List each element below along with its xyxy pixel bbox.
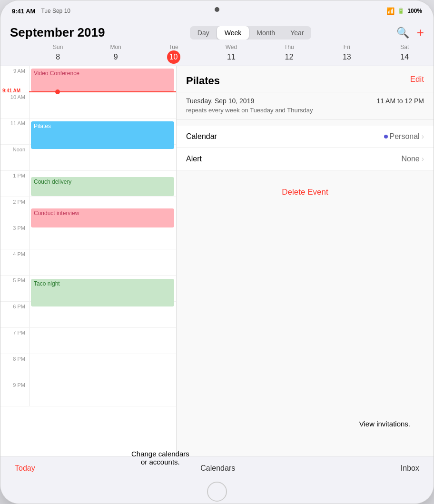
detail-time-range: 11 AM to 12 PM bbox=[376, 97, 424, 105]
time-gutter-header bbox=[0, 44, 29, 64]
month-title: September 2019 bbox=[10, 25, 105, 40]
calendar-value[interactable]: Personal › bbox=[384, 132, 424, 141]
calendar-header: September 2019 Day Week Month Year 🔍 + bbox=[0, 21, 434, 40]
calendar-scroll[interactable]: 9:41 AM Video Conference Pilates Couch d… bbox=[0, 66, 176, 471]
home-button[interactable] bbox=[207, 482, 227, 502]
edit-button[interactable]: Edit bbox=[410, 75, 424, 84]
alert-value-text: None bbox=[401, 155, 419, 163]
detail-header: Pilates Edit bbox=[177, 66, 434, 92]
day-col-wed[interactable]: Wed 11 bbox=[202, 44, 260, 64]
detail-title: Pilates bbox=[186, 75, 220, 87]
current-time-label: 9:41 AM bbox=[2, 88, 20, 93]
view-day-button[interactable]: Day bbox=[190, 26, 217, 40]
event-couch-delivery[interactable]: Couch delivery bbox=[31, 177, 174, 196]
event-taco-night[interactable]: Taco night bbox=[31, 279, 174, 306]
calendars-button[interactable]: Calendars bbox=[200, 464, 235, 473]
camera bbox=[215, 7, 219, 12]
battery-icon: 🔋 bbox=[397, 8, 404, 14]
status-date: Tue Sep 10 bbox=[41, 8, 70, 14]
event-video-conference[interactable]: Video Conference bbox=[31, 69, 174, 91]
today-button[interactable]: Today bbox=[15, 464, 35, 473]
alert-value[interactable]: None › bbox=[401, 155, 424, 163]
detail-date-time-block: Tuesday, Sep 10, 2019 11 AM to 12 PM rep… bbox=[177, 92, 434, 120]
time-slot-7pm: 7 PM bbox=[0, 328, 176, 354]
search-icon[interactable]: 🔍 bbox=[396, 27, 409, 39]
ipad-device: 9:41 AM Tue Sep 10 📶 🔋 100% September 20… bbox=[0, 0, 434, 504]
header-actions: 🔍 + bbox=[396, 25, 424, 40]
status-right: 📶 🔋 100% bbox=[386, 7, 422, 15]
detail-row-calendar[interactable]: Calendar Personal › bbox=[177, 126, 434, 148]
time-slot-10am: 10 AM bbox=[0, 92, 176, 119]
day-col-tue[interactable]: Tue 10 bbox=[145, 44, 202, 64]
day-col-mon[interactable]: Mon 9 bbox=[87, 44, 144, 64]
detail-date-line: Tuesday, Sep 10, 2019 11 AM to 12 PM bbox=[186, 97, 424, 105]
current-time-line bbox=[29, 91, 176, 92]
day-col-fri[interactable]: Fri 13 bbox=[318, 44, 375, 64]
wifi-icon: 📶 bbox=[386, 7, 395, 15]
detail-rows-section: Calendar Personal › Alert None › bbox=[177, 126, 434, 170]
detail-row-alert[interactable]: Alert None › bbox=[177, 148, 434, 170]
chevron-right-icon-2: › bbox=[422, 155, 424, 163]
view-year-button[interactable]: Year bbox=[283, 26, 311, 40]
day-col-sat[interactable]: Sat 14 bbox=[376, 44, 434, 64]
alert-label: Alert bbox=[186, 155, 202, 163]
main-content: 9:41 AM Video Conference Pilates Couch d… bbox=[0, 66, 434, 471]
day-col-thu[interactable]: Thu 12 bbox=[260, 44, 318, 64]
bottom-bar: Today Calendars Inbox bbox=[0, 456, 434, 480]
detail-repeat: repeats every week on Tuesday and Thursd… bbox=[186, 107, 424, 114]
detail-panel: Pilates Edit Tuesday, Sep 10, 2019 11 AM… bbox=[177, 66, 434, 471]
detail-date: Tuesday, Sep 10, 2019 bbox=[186, 97, 254, 105]
status-time: 9:41 AM bbox=[12, 8, 35, 15]
calendar-value-text: Personal bbox=[390, 132, 420, 141]
add-event-icon[interactable]: + bbox=[417, 25, 424, 40]
inbox-button[interactable]: Inbox bbox=[401, 464, 419, 473]
calendar-dot bbox=[384, 135, 388, 138]
event-pilates[interactable]: Pilates bbox=[31, 121, 174, 149]
battery-percent: 100% bbox=[407, 8, 422, 14]
view-month-button[interactable]: Month bbox=[249, 26, 283, 40]
time-slot-4pm: 4 PM bbox=[0, 249, 176, 276]
current-time-dot bbox=[55, 89, 60, 94]
time-slot-8pm: 8 PM bbox=[0, 354, 176, 380]
day-col-sun[interactable]: Sun 8 bbox=[29, 44, 87, 64]
status-left: 9:41 AM Tue Sep 10 bbox=[12, 8, 70, 15]
day-headers-row: Sun 8 Mon 9 Tue 10 Wed 11 Thu 12 Fri 13 … bbox=[0, 40, 434, 66]
calendar-grid: 9:41 AM Video Conference Pilates Couch d… bbox=[0, 66, 177, 471]
time-slot-9pm: 9 PM bbox=[0, 380, 176, 406]
view-week-button[interactable]: Week bbox=[217, 26, 249, 40]
view-switcher: Day Week Month Year bbox=[190, 26, 312, 40]
calendar-label: Calendar bbox=[186, 132, 217, 141]
home-area bbox=[0, 480, 434, 504]
chevron-right-icon: › bbox=[422, 132, 424, 141]
delete-event-button[interactable]: Delete Event bbox=[177, 180, 434, 205]
event-conduct-interview[interactable]: Conduct interview bbox=[31, 208, 174, 227]
